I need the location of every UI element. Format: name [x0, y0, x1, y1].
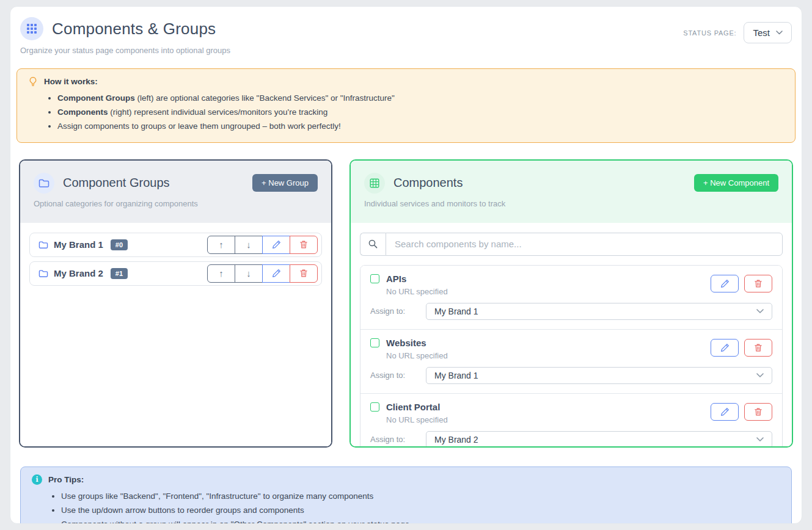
assign-group-select[interactable]: My Brand 2: [426, 431, 772, 448]
edit-component-button[interactable]: [711, 339, 739, 357]
status-page-select[interactable]: Test: [744, 22, 792, 43]
trash-icon: [754, 343, 763, 352]
assign-to-label: Assign to:: [370, 371, 426, 380]
pencil-icon: [720, 407, 730, 416]
delete-group-button[interactable]: [290, 264, 318, 283]
chevron-down-icon: [776, 31, 783, 35]
group-row: My Brand 1 #0 ↑ ↓: [29, 233, 322, 257]
move-up-button[interactable]: ↑: [207, 236, 235, 254]
components-grid-icon: [20, 17, 43, 40]
edit-group-button[interactable]: [262, 264, 290, 283]
arrow-up-icon: ↑: [219, 269, 224, 278]
components-panel-subtitle: Individual services and monitors to trac…: [364, 199, 778, 208]
how-it-works-item: Component Groups (left) are optional cat…: [57, 91, 784, 105]
folder-icon: [38, 269, 48, 278]
pro-tips-title: Pro Tips:: [48, 475, 84, 484]
new-group-button[interactable]: + New Group: [252, 174, 318, 192]
chevron-down-icon: [756, 309, 764, 314]
how-it-works-item: Assign components to groups or leave the…: [57, 119, 784, 133]
chevron-down-icon: [756, 373, 764, 378]
pencil-icon: [272, 269, 281, 278]
how-it-works-item: Components (right) represent individual …: [57, 105, 784, 119]
page-subtitle: Organize your status page components int…: [20, 46, 230, 55]
folder-icon: [38, 241, 48, 249]
move-down-button[interactable]: ↓: [235, 264, 263, 283]
group-row: My Brand 2 #1 ↑ ↓: [29, 261, 322, 286]
pencil-icon: [272, 240, 281, 249]
table-grid-icon: [364, 173, 385, 194]
how-it-works-box: How it works: Component Groups (left) ar…: [16, 68, 796, 143]
delete-component-button[interactable]: [744, 339, 772, 357]
groups-panel-subtitle: Optional categories for organizing compo…: [34, 199, 318, 208]
how-it-works-title: How it works:: [44, 77, 98, 86]
how-it-works-list: Component Groups (left) are optional cat…: [57, 91, 784, 134]
delete-group-button[interactable]: [290, 236, 318, 254]
pro-tips-item: Use groups like "Backend", "Frontend", "…: [61, 489, 780, 503]
edit-component-button[interactable]: [711, 275, 739, 292]
arrow-up-icon: ↑: [219, 240, 224, 249]
search-components-input[interactable]: [386, 233, 783, 256]
component-checkbox[interactable]: [370, 402, 379, 412]
status-page-value: Test: [753, 27, 770, 38]
component-url-note: No URL specified: [386, 415, 448, 424]
assigned-group-value: My Brand 1: [434, 371, 478, 380]
pro-tips-item: Use the up/down arrow buttons to reorder…: [61, 503, 780, 517]
component-card: APIs No URL specified Assign to:: [360, 266, 782, 329]
trash-icon: [754, 279, 763, 288]
trash-icon: [299, 269, 308, 278]
component-groups-panel: Component Groups + New Group Optional ca…: [19, 159, 332, 448]
assigned-group-value: My Brand 1: [434, 307, 478, 316]
folder-icon: [34, 173, 54, 194]
component-name: Websites: [386, 338, 426, 348]
components-panel: Components + New Component Individual se…: [349, 159, 793, 448]
groups-panel-title: Component Groups: [63, 176, 170, 190]
group-order-badge: #0: [111, 239, 128, 250]
arrow-down-icon: ↓: [246, 240, 251, 249]
assign-group-select[interactable]: My Brand 1: [426, 367, 772, 384]
edit-group-button[interactable]: [262, 236, 290, 254]
component-card: Client Portal No URL specified Assign to…: [360, 393, 782, 448]
pro-tips-list: Use groups like "Backend", "Frontend", "…: [61, 489, 780, 524]
edit-component-button[interactable]: [711, 403, 739, 421]
trash-icon: [754, 407, 763, 416]
groups-list: My Brand 1 #0 ↑ ↓ My Brand 2: [20, 223, 331, 446]
chevron-down-icon: [756, 437, 764, 442]
trash-icon: [299, 240, 308, 249]
lightbulb-icon: [28, 76, 38, 87]
component-url-note: No URL specified: [386, 351, 448, 360]
components-list: APIs No URL specified Assign to:: [360, 265, 783, 448]
component-checkbox[interactable]: [370, 338, 379, 347]
search-icon: [360, 233, 386, 256]
group-name: My Brand 2: [54, 268, 103, 278]
delete-component-button[interactable]: [744, 275, 772, 292]
pro-tips-item: Components without a group will appear i…: [61, 517, 780, 524]
component-card: Websites No URL specified Assign to:: [360, 329, 782, 393]
assign-to-label: Assign to:: [370, 307, 426, 316]
page-title: Components & Groups: [52, 20, 216, 38]
move-down-button[interactable]: ↓: [235, 236, 263, 254]
app-header: Components & Groups Organize your status…: [16, 17, 796, 55]
info-icon: i: [32, 474, 42, 485]
assign-to-label: Assign to:: [370, 435, 426, 444]
assign-group-select[interactable]: My Brand 1: [426, 303, 772, 320]
arrow-down-icon: ↓: [246, 269, 251, 278]
component-url-note: No URL specified: [386, 287, 448, 296]
group-order-badge: #1: [111, 268, 128, 279]
status-page-label: STATUS PAGE:: [683, 29, 736, 37]
component-checkbox[interactable]: [370, 274, 379, 283]
group-name: My Brand 1: [54, 239, 103, 250]
component-name: Client Portal: [386, 402, 440, 412]
assigned-group-value: My Brand 2: [434, 435, 478, 445]
component-name: APIs: [386, 274, 406, 284]
new-component-button[interactable]: + New Component: [694, 174, 778, 192]
move-up-button[interactable]: ↑: [207, 264, 235, 283]
delete-component-button[interactable]: [744, 403, 772, 421]
pro-tips-box: i Pro Tips: Use groups like "Backend", "…: [20, 466, 792, 524]
pencil-icon: [720, 279, 730, 288]
components-panel-title: Components: [393, 176, 463, 190]
pencil-icon: [720, 343, 730, 352]
main-card: Components & Groups Organize your status…: [10, 6, 802, 524]
